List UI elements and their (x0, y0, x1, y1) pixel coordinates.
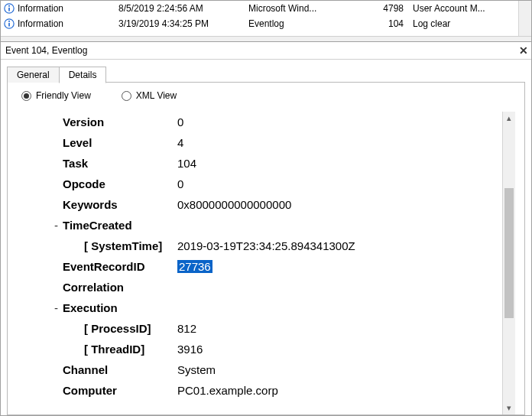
collapse-toggle-icon[interactable]: - (17, 215, 63, 236)
prop-label: [ SystemTime] (63, 236, 177, 256)
event-list: Information 8/5/2019 2:24:56 AM Microsof… (1, 1, 531, 37)
prop-channel: Channel System (17, 359, 502, 380)
prop-processid: [ ProcessID] 812 (17, 318, 502, 339)
prop-value: 4 (177, 132, 502, 153)
property-area: Version 0 Level 4 Task 104 (17, 112, 515, 414)
detail-scrollbar[interactable]: ▴ ▾ (502, 112, 515, 414)
prop-value: PC01.example.corp (177, 380, 502, 401)
event-level: Information (18, 3, 63, 14)
prop-value: 3916 (177, 339, 502, 359)
collapse-toggle-icon[interactable]: - (17, 297, 63, 318)
prop-label: Task (63, 153, 177, 174)
prop-level: Level 4 (17, 132, 502, 153)
prop-value: 0 (177, 174, 502, 194)
prop-value: 2019-03-19T23:34:25.894341300Z (177, 236, 502, 256)
event-row[interactable]: Information 8/5/2019 2:24:56 AM Microsof… (1, 1, 531, 16)
info-icon (4, 3, 15, 14)
prop-computer: Computer PC01.example.corp (17, 380, 502, 401)
prop-value: 0 (177, 112, 502, 132)
prop-threadid: [ ThreadID] 3916 (17, 339, 502, 359)
svg-point-5 (8, 21, 10, 22)
prop-label: EventRecordID (63, 256, 177, 277)
prop-label: TimeCreated (63, 215, 177, 236)
event-date: 8/5/2019 2:24:56 AM (115, 3, 245, 14)
event-source: Eventlog (245, 18, 368, 29)
prop-value: 104 (177, 153, 502, 174)
prop-correlation: Correlation (17, 277, 502, 297)
detail-header: Event 104, Eventlog ✕ (1, 41, 531, 60)
prop-value: 0x8000000000000000 (177, 194, 502, 215)
prop-label: [ ThreadID] (63, 339, 177, 359)
scroll-thumb[interactable] (504, 188, 514, 318)
prop-label: Correlation (63, 277, 177, 297)
detail-title: Event 104, Eventlog (5, 45, 87, 56)
event-level: Information (18, 18, 63, 29)
prop-label: Opcode (63, 174, 177, 194)
prop-label: Computer (63, 380, 177, 401)
event-source: Microsoft Wind... (245, 3, 368, 14)
prop-value: System (177, 359, 502, 380)
prop-value: 812 (177, 318, 502, 339)
tab-page-details: Friendly View XML View Version 0 (7, 83, 525, 415)
view-mode-row: Friendly View XML View (21, 90, 515, 101)
prop-label: [ ProcessID] (63, 318, 177, 339)
prop-execution[interactable]: - Execution (17, 297, 502, 318)
info-icon (4, 18, 15, 29)
radio-label: Friendly View (36, 90, 91, 101)
prop-systemtime: [ SystemTime] 2019-03-19T23:34:25.894341… (17, 236, 502, 256)
radio-dot-icon (21, 91, 31, 101)
svg-rect-1 (8, 8, 10, 11)
prop-label: Keywords (63, 194, 177, 215)
event-id: 104 (368, 18, 410, 29)
prop-value[interactable]: 27736 (177, 256, 502, 277)
prop-opcode: Opcode 0 (17, 174, 502, 194)
event-row[interactable]: Information 3/19/2019 4:34:25 PM Eventlo… (1, 16, 531, 31)
prop-label: Level (63, 132, 177, 153)
event-viewer-window: Information 8/5/2019 2:24:56 AM Microsof… (0, 0, 532, 416)
event-id: 4798 (368, 3, 410, 14)
prop-timecreated[interactable]: - TimeCreated (17, 215, 502, 236)
radio-label: XML View (136, 90, 177, 101)
event-date: 3/19/2019 4:34:25 PM (115, 18, 245, 29)
selected-text: 27736 (177, 260, 212, 273)
close-icon[interactable]: ✕ (516, 44, 531, 57)
radio-xml-view[interactable]: XML View (122, 90, 177, 101)
list-scrollbar[interactable] (518, 1, 531, 36)
tab-bar: General Details (7, 64, 525, 83)
radio-friendly-view[interactable]: Friendly View (21, 90, 91, 101)
scroll-up-icon[interactable]: ▴ (503, 112, 515, 125)
event-task: User Account M... (410, 3, 501, 14)
prop-label: Channel (63, 359, 177, 380)
tab-details[interactable]: Details (59, 67, 107, 83)
svg-point-2 (8, 5, 10, 7)
prop-version: Version 0 (17, 112, 502, 132)
svg-rect-4 (8, 23, 10, 27)
prop-eventrecordid: EventRecordID 27736 (17, 256, 502, 277)
radio-dot-icon (122, 91, 131, 101)
prop-task: Task 104 (17, 153, 502, 174)
event-task: Log clear (410, 18, 501, 29)
prop-label: Version (63, 112, 177, 132)
scroll-down-icon[interactable]: ▾ (503, 401, 515, 414)
prop-keywords: Keywords 0x8000000000000000 (17, 194, 502, 215)
tab-general[interactable]: General (7, 67, 60, 83)
prop-label: Execution (63, 297, 177, 318)
detail-pane: General Details Friendly View XML View (1, 60, 531, 415)
property-scroll: Version 0 Level 4 Task 104 (17, 112, 502, 414)
